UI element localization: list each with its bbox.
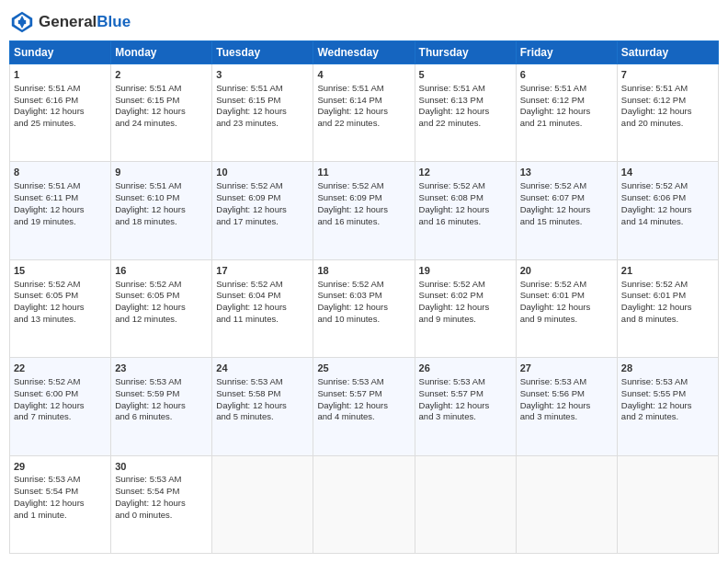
weekday-header-monday: Monday — [111, 41, 212, 64]
calendar-cell: 18Sunrise: 5:52 AMSunset: 6:03 PMDayligh… — [313, 259, 415, 357]
day-info-line: Sunset: 6:09 PM — [317, 192, 410, 204]
day-info-line: Sunrise: 5:52 AM — [216, 180, 309, 192]
day-info-line: Sunrise: 5:53 AM — [216, 376, 309, 388]
weekday-header-saturday: Saturday — [617, 41, 718, 64]
day-info-line: Daylight: 12 hours — [115, 498, 208, 510]
calendar-cell — [617, 455, 718, 553]
day-info-line: Sunset: 6:15 PM — [115, 95, 208, 107]
day-number: 4 — [317, 68, 410, 82]
day-info-line: Daylight: 12 hours — [115, 204, 208, 216]
day-info-line: Sunrise: 5:52 AM — [115, 279, 208, 291]
day-info-line: Sunset: 6:03 PM — [317, 290, 410, 302]
day-number: 9 — [115, 166, 208, 179]
calendar-table: SundayMondayTuesdayWednesdayThursdayFrid… — [9, 40, 719, 554]
day-info-line: Daylight: 12 hours — [14, 498, 107, 510]
day-info-line: Sunrise: 5:53 AM — [520, 376, 613, 388]
day-info-line: Sunrise: 5:52 AM — [419, 279, 512, 291]
day-info-line: Daylight: 12 hours — [115, 106, 208, 118]
day-info-line: Sunrise: 5:52 AM — [317, 279, 410, 291]
day-info-line: Sunrise: 5:51 AM — [621, 83, 714, 95]
calendar-cell: 11Sunrise: 5:52 AMSunset: 6:09 PMDayligh… — [313, 162, 415, 259]
day-info-line: Daylight: 12 hours — [419, 302, 512, 314]
day-info-line: Sunset: 5:54 PM — [14, 486, 107, 498]
calendar-cell: 5Sunrise: 5:51 AMSunset: 6:13 PMDaylight… — [415, 64, 516, 162]
day-info-line: Daylight: 12 hours — [520, 106, 613, 118]
calendar-cell: 23Sunrise: 5:53 AMSunset: 5:59 PMDayligh… — [111, 358, 212, 455]
day-number: 21 — [621, 264, 714, 278]
day-info-line: and 11 minutes. — [216, 314, 309, 326]
weekday-header-thursday: Thursday — [415, 41, 516, 64]
day-info-line: Sunset: 5:57 PM — [317, 388, 410, 400]
day-info-line: Sunset: 5:59 PM — [115, 388, 208, 400]
weekday-header-friday: Friday — [516, 41, 617, 64]
day-info-line: Sunset: 6:15 PM — [216, 95, 309, 107]
day-info-line: and 10 minutes. — [317, 314, 410, 326]
calendar-cell — [516, 455, 617, 553]
day-number: 28 — [621, 362, 714, 375]
day-number: 12 — [419, 166, 512, 179]
calendar-cell: 24Sunrise: 5:53 AMSunset: 5:58 PMDayligh… — [212, 358, 313, 455]
day-info-line: Sunrise: 5:53 AM — [14, 474, 107, 486]
day-number: 8 — [14, 166, 107, 179]
day-number: 18 — [317, 264, 410, 278]
week-row-3: 15Sunrise: 5:52 AMSunset: 6:05 PMDayligh… — [10, 259, 719, 357]
day-info-line: and 24 minutes. — [115, 118, 208, 130]
calendar-cell: 25Sunrise: 5:53 AMSunset: 5:57 PMDayligh… — [313, 358, 415, 455]
day-info-line: Sunset: 6:14 PM — [317, 95, 410, 107]
calendar-cell: 10Sunrise: 5:52 AMSunset: 6:09 PMDayligh… — [212, 162, 313, 259]
day-info-line: and 4 minutes. — [317, 411, 410, 423]
calendar-cell: 27Sunrise: 5:53 AMSunset: 5:56 PMDayligh… — [516, 358, 617, 455]
calendar-cell: 28Sunrise: 5:53 AMSunset: 5:55 PMDayligh… — [617, 358, 718, 455]
day-info-line: Sunrise: 5:51 AM — [216, 83, 309, 95]
calendar-cell: 2Sunrise: 5:51 AMSunset: 6:15 PMDaylight… — [111, 64, 212, 162]
calendar-cell: 30Sunrise: 5:53 AMSunset: 5:54 PMDayligh… — [111, 455, 212, 553]
day-info-line: Daylight: 12 hours — [14, 302, 107, 314]
day-number: 27 — [520, 362, 613, 375]
day-info-line: Daylight: 12 hours — [317, 106, 410, 118]
day-info-line: and 0 minutes. — [115, 510, 208, 522]
day-info-line: Sunrise: 5:51 AM — [14, 180, 107, 192]
calendar-cell: 26Sunrise: 5:53 AMSunset: 5:57 PMDayligh… — [415, 358, 516, 455]
day-number: 20 — [520, 264, 613, 278]
day-number: 1 — [14, 68, 107, 82]
day-info-line: and 6 minutes. — [115, 411, 208, 423]
day-info-line: Sunrise: 5:51 AM — [520, 83, 613, 95]
day-info-line: Sunrise: 5:53 AM — [115, 474, 208, 486]
weekday-header-sunday: Sunday — [10, 41, 111, 64]
weekday-header-tuesday: Tuesday — [212, 41, 313, 64]
logo-icon — [9, 9, 35, 35]
day-number: 26 — [419, 362, 512, 375]
day-info-line: Daylight: 12 hours — [520, 302, 613, 314]
day-info-line: Sunrise: 5:52 AM — [216, 279, 309, 291]
weekday-header-wednesday: Wednesday — [313, 41, 415, 64]
day-info-line: Sunset: 6:11 PM — [14, 192, 107, 204]
week-row-5: 29Sunrise: 5:53 AMSunset: 5:54 PMDayligh… — [10, 455, 719, 553]
day-info-line: Daylight: 12 hours — [115, 400, 208, 412]
calendar-cell: 1Sunrise: 5:51 AMSunset: 6:16 PMDaylight… — [10, 64, 111, 162]
day-info-line: and 16 minutes. — [419, 216, 512, 228]
day-info-line: and 17 minutes. — [216, 216, 309, 228]
day-info-line: Daylight: 12 hours — [216, 302, 309, 314]
day-info-line: Sunrise: 5:52 AM — [14, 279, 107, 291]
day-info-line: Sunset: 5:54 PM — [115, 486, 208, 498]
day-number: 2 — [115, 68, 208, 82]
day-info-line: and 21 minutes. — [520, 118, 613, 130]
day-number: 10 — [216, 166, 309, 179]
calendar-cell: 17Sunrise: 5:52 AMSunset: 6:04 PMDayligh… — [212, 259, 313, 357]
day-info-line: Sunset: 6:12 PM — [621, 95, 714, 107]
day-info-line: and 23 minutes. — [216, 118, 309, 130]
page: GeneralBlue SundayMondayTuesdayWednesday… — [0, 0, 728, 563]
day-info-line: Sunset: 6:06 PM — [621, 192, 714, 204]
day-number: 23 — [115, 362, 208, 375]
day-number: 13 — [520, 166, 613, 179]
day-info-line: Sunset: 6:13 PM — [419, 95, 512, 107]
day-info-line: and 9 minutes. — [520, 314, 613, 326]
day-info-line: Sunset: 6:02 PM — [419, 290, 512, 302]
day-info-line: Sunset: 6:01 PM — [520, 290, 613, 302]
day-info-line: and 13 minutes. — [14, 314, 107, 326]
day-info-line: Daylight: 12 hours — [621, 106, 714, 118]
day-info-line: and 16 minutes. — [317, 216, 410, 228]
calendar-cell: 3Sunrise: 5:51 AMSunset: 6:15 PMDaylight… — [212, 64, 313, 162]
calendar-cell: 6Sunrise: 5:51 AMSunset: 6:12 PMDaylight… — [516, 64, 617, 162]
day-info-line: Daylight: 12 hours — [520, 204, 613, 216]
